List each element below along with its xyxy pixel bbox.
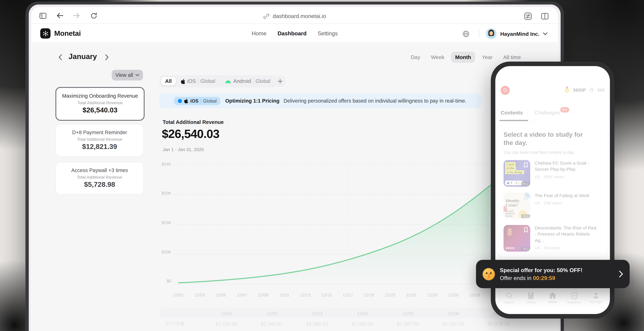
apple-icon [184, 99, 188, 103]
table-row-label: 추가 매출 [165, 321, 184, 327]
video-meta: US · 291K views [535, 174, 597, 179]
video-item[interactable]: 5 goal thriller at the Bridge 3|2 01:2 [504, 160, 602, 187]
challenge-badge: D-1 [560, 107, 569, 113]
points-row: 3920P 365 [564, 87, 604, 93]
y-tick: $10K [144, 250, 171, 254]
url-text: dashboard.monetai.io [273, 13, 326, 19]
table-cell: $1,890.12 [294, 321, 340, 327]
filter-all[interactable]: All [161, 77, 176, 85]
offer-toast[interactable]: Special offer for you: 50% OFF! Offer en… [476, 260, 630, 288]
add-filter-button[interactable] [274, 76, 286, 87]
filter-android[interactable]: Android Global [220, 78, 276, 84]
bookmark-icon[interactable] [524, 162, 528, 168]
language-globe-icon[interactable] [462, 30, 470, 37]
bookmark-icon[interactable] [524, 195, 528, 201]
phone-nav-search[interactable]: Search [500, 292, 519, 304]
filter-ios[interactable]: iOS Global [176, 78, 220, 84]
table-column: 12/04 [340, 311, 385, 316]
status-dot [178, 99, 182, 103]
toast-headline: Special offer for you: 50% OFF! [500, 267, 582, 273]
toast-text: Special offer for you: 50% OFF! Offer en… [500, 267, 582, 281]
prev-month-icon[interactable] [57, 54, 63, 60]
tab-contents[interactable]: Contents [501, 110, 523, 116]
table-row-values: $1,234.56$2,345.67$1,890.12$1,000.00$1,5… [204, 320, 522, 327]
tab-challenges[interactable]: Challenges D-1 [534, 110, 560, 116]
x-tick: 12/24 [422, 293, 443, 297]
chevron-down-icon [136, 74, 139, 76]
app-logo [501, 86, 510, 95]
tab-underline [500, 120, 528, 121]
account-menu[interactable]: HayanMind Inc. [486, 28, 548, 39]
x-tick: 12/20 [380, 293, 401, 297]
table-cell: $1,234.56 [204, 321, 249, 327]
filter-ios-region: Global [200, 78, 215, 84]
experiment-card[interactable]: D+8 Payment Reminder Total Additional Re… [56, 124, 144, 157]
nav-settings[interactable]: Settings [318, 30, 338, 36]
banner-region: Global [203, 99, 217, 103]
range-tab-year[interactable]: Year [478, 52, 496, 63]
x-axis-labels: 12/0112/0312/0512/0712/0912/1112/1312/15… [168, 291, 509, 298]
experiment-title: Maximizing Onboarding Revenue [56, 93, 144, 99]
table-cell: $1,567.89 [385, 321, 430, 327]
x-tick: 12/15 [316, 293, 337, 297]
experiment-card[interactable]: Access Paywall +3 times Total Additional… [56, 162, 144, 195]
table-cell: $1,000.00 [340, 321, 385, 327]
x-tick: 12/19 [358, 293, 380, 297]
toast-countdown-line: Offer ends in 00:29:59 [500, 275, 582, 281]
flame-icon [589, 87, 594, 93]
range-tab-week[interactable]: Week [427, 52, 448, 63]
view-all-button[interactable]: View all [112, 70, 143, 80]
experiment-value: $12,821.39 [56, 143, 143, 151]
phone-nav-library[interactable]: Library [521, 292, 541, 304]
address-bar[interactable]: dashboard.monetai.io [32, 11, 558, 21]
duration-badge: 01:2 [522, 247, 530, 251]
avatar [486, 28, 496, 39]
bookmark-icon[interactable] [524, 227, 528, 233]
table-cell: $2,345.67 [249, 321, 294, 327]
y-tick: $0 [144, 279, 171, 283]
banner-title: Optimizing 1:1 Pricing [225, 98, 280, 104]
y-axis-labels: $24K$20K$15K$10K$0 [144, 162, 171, 283]
range-tab-day[interactable]: Day [407, 52, 424, 63]
streak-value: 365 [597, 87, 604, 92]
search-icon [506, 292, 513, 299]
toolbar-divider [32, 23, 558, 24]
filter-ios-label: iOS [187, 78, 196, 84]
repetition-icon [571, 292, 577, 299]
range-tabs: Day Week Month Year All time [407, 52, 525, 63]
nav-dashboard[interactable]: Dashboard [278, 30, 306, 36]
android-icon [225, 79, 231, 83]
x-tick: 12/28 [464, 293, 485, 297]
next-month-icon[interactable] [104, 54, 110, 60]
video-meta: UK · 10M views [535, 201, 597, 205]
duration-badge: 01:2 [522, 214, 530, 218]
table-column: 12/03 [294, 311, 340, 316]
page-settings-icon[interactable] [523, 11, 532, 20]
study-subheading: You can learn one free content a day. [504, 150, 602, 155]
y-tick: $15K [144, 220, 171, 225]
video-title: Descendants: The Rise of Red - Princess … [535, 225, 597, 244]
experiment-value: $5,728.98 [56, 181, 143, 189]
x-tick: 12/05 [210, 293, 232, 297]
table-column: 12/05 [385, 311, 430, 316]
banner-platform: iOS [190, 99, 198, 103]
link-icon [263, 13, 270, 19]
chevron-right-icon[interactable] [619, 271, 623, 278]
y-tick: $24K [144, 162, 171, 166]
video-title: The Fear of Failing at Work [535, 193, 597, 199]
library-icon [528, 292, 534, 299]
phone-bottom-nav: Search Library Home Repetition [495, 292, 610, 304]
experiment-card-selected[interactable]: Maximizing Onboarding Revenue Total Addi… [56, 87, 144, 121]
video-item[interactable]: vevo 01:2 Descendants: The Rise of Red -… [504, 225, 602, 252]
x-tick: 12/11 [274, 293, 295, 297]
video-item[interactable]: Identity Crisis? Harvard Business Review… [504, 193, 602, 219]
phone-nav-repetition[interactable]: Repetition [564, 292, 584, 304]
phone-nav-mypage[interactable]: My Page [586, 292, 606, 304]
experiment-title: Access Paywall +3 times [56, 167, 143, 173]
split-view-icon[interactable] [540, 11, 549, 20]
range-tab-alltime[interactable]: All time [499, 52, 525, 63]
range-tab-month[interactable]: Month [451, 52, 475, 63]
phone-nav-home[interactable]: Home [543, 292, 562, 304]
video-thumbnail: 5 goal thriller at the Bridge 3|2 01:2 [504, 160, 530, 187]
nav-home[interactable]: Home [252, 30, 266, 36]
